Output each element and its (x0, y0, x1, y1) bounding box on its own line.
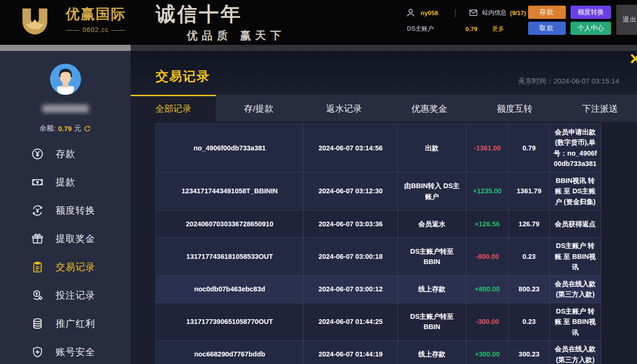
cell-order-id: noc668290d7767bddb (156, 341, 303, 364)
cell-amount: +126.56 (466, 210, 508, 237)
tab-bet-rewards[interactable]: 下注派送 (557, 95, 637, 122)
sidebar-item-claim-bonus[interactable]: 提取奖金 (0, 224, 131, 253)
messages-icon[interactable] (469, 8, 478, 17)
cell-time: 2024-06-07 01:44:25 (303, 303, 397, 340)
brand-slogan: 诚信十年 优品质 赢天下 (156, 1, 285, 43)
transaction-row[interactable]: no_4906f00db733a3812024-06-07 03:14:56出款… (156, 124, 601, 173)
sidebar-item-withdraw[interactable]: 提款 (0, 168, 131, 196)
wallet-balance: 0.79 (465, 25, 477, 33)
gift-icon (31, 232, 44, 245)
slogan-main: 诚信十年 (156, 1, 285, 27)
cell-type: 线上存款 (397, 341, 466, 364)
cell-order-id: noc0db07b463ebc83d (156, 276, 303, 303)
cell-type: 会员返水 (397, 210, 466, 237)
cell-balance: 0.23 (508, 238, 549, 275)
page-title: 交易记录 (156, 68, 210, 85)
brand-text: 优赢国际 —— 0602.cc —— (56, 5, 136, 33)
sidebar-item-bet-records[interactable]: 投注记录 (0, 281, 131, 309)
transaction-row[interactable]: 1317177436181058533OUT2024-06-07 03:00:1… (156, 238, 601, 275)
shield-icon (31, 346, 44, 358)
person-icon (405, 8, 416, 18)
sidebar: 余额: 0.79 元 存款提款额度转换提取奖金交易记录投注记录推广红利账号安全 (0, 51, 131, 364)
wallet-label: DS主账户 (407, 25, 434, 33)
cell-time: 2024-06-07 03:12:30 (303, 173, 397, 210)
cell-balance: 1361.79 (508, 173, 549, 210)
cell-remark: DS主账户 转账 至 BBIN视讯 (549, 303, 601, 340)
sidebar-item-label: 提取奖金 (56, 232, 95, 245)
transaction-row[interactable]: 202406070303367286509102024-06-07 03:03:… (156, 210, 601, 238)
quota-exchange-button[interactable]: 额度转换 (571, 6, 611, 19)
logout-button[interactable]: 退出 (616, 5, 637, 35)
brand-logo-icon (18, 5, 52, 41)
cell-remark: BBIN视讯 转账 至 DS主账户 (资金归集) (549, 173, 601, 210)
close-icon[interactable]: × (630, 49, 637, 68)
cell-type: 出款 (397, 124, 466, 172)
page-strip-right (131, 45, 637, 51)
transaction-row[interactable]: noc668290d7767bddb2024-06-07 01:44:19线上存… (156, 341, 601, 364)
tabs: 全部记录存/提款返水记录优惠奖金额度互转下注派送 (131, 95, 637, 122)
messages-label[interactable]: 站内信息 (482, 8, 507, 17)
wallet-more-link[interactable]: 更多 (492, 25, 504, 33)
page-strip-left (0, 45, 131, 51)
cell-time: 2024-06-07 01:44:19 (303, 341, 397, 364)
cell-amount: -800.00 (466, 238, 508, 275)
profile-button[interactable]: 个人中心 (571, 22, 611, 35)
transaction-row[interactable]: 1317177390651058770OUT2024-06-07 01:44:2… (156, 303, 601, 341)
cell-type: 线上存款 (397, 276, 466, 303)
tab-deposit-withdraw[interactable]: 存/提款 (216, 95, 301, 122)
top-bar: 优赢国际 —— 0602.cc —— 诚信十年 优品质 赢天下 ny058 | … (0, 0, 637, 45)
sidebar-item-quota-exchange[interactable]: 额度转换 (0, 196, 131, 224)
timezone-label: 美东时间： (518, 77, 554, 85)
cell-balance: 300.23 (508, 341, 549, 364)
cell-time: 2024-06-07 03:00:12 (303, 276, 397, 303)
brand-name: 优赢国际 (56, 5, 136, 24)
sidebar-item-label: 提款 (56, 176, 75, 189)
messages-count: (9/17) (510, 9, 526, 17)
cell-order-id: 12341717443491058T_BBININ (156, 173, 303, 210)
cell-amount: +800.00 (466, 276, 508, 303)
withdraw-button[interactable]: 取款 (528, 22, 566, 35)
sidebar-item-transaction-records[interactable]: 交易记录 (0, 253, 131, 281)
cell-amount: +1235.00 (466, 173, 508, 210)
sidebar-item-deposit[interactable]: 存款 (0, 140, 131, 168)
bet-coin-icon (31, 289, 44, 302)
username: ny058 (421, 9, 438, 17)
cell-type: 由BBIN转入 DS主账户 (397, 173, 466, 210)
sidebar-item-label: 账号安全 (56, 346, 95, 358)
sidebar-item-label: 存款 (56, 148, 75, 160)
balance-value: 0.79 (58, 124, 72, 132)
deposit-button[interactable]: 存款 (528, 6, 566, 19)
cell-order-id: 1317177390651058770OUT (156, 303, 303, 340)
clipboard-icon (31, 261, 44, 273)
sidebar-item-label: 额度转换 (56, 204, 95, 217)
transaction-row[interactable]: 12341717443491058T_BBININ2024-06-07 03:1… (156, 173, 601, 210)
sidebar-menu: 存款提款额度转换提取奖金交易记录投注记录推广红利账号安全 (0, 140, 131, 364)
cell-time: 2024-06-07 03:03:36 (303, 210, 397, 237)
balance-row: 余额: 0.79 元 (0, 124, 131, 133)
refresh-icon[interactable] (83, 125, 91, 132)
tab-all-records[interactable]: 全部记录 (131, 95, 216, 122)
balance-label: 余额: (40, 124, 56, 133)
exchange-icon (31, 204, 44, 217)
yen-coin-icon (31, 148, 44, 160)
transactions-table: no_4906f00db733a3812024-06-07 03:14:56出款… (156, 124, 601, 364)
tab-quota-transfer[interactable]: 额度互转 (472, 95, 557, 122)
wallet-row: DS主账户 0.79 更多 (407, 25, 515, 33)
cell-remark: 会员申请出款(数字货币),单号：no_4906f00db733a381 (549, 124, 601, 172)
slogan-sub: 优品质 赢天下 (187, 28, 285, 43)
sidebar-item-promo-bonus[interactable]: 推广红利 (0, 309, 131, 338)
timestamp-value: 2024-06-07 03:15:14 (554, 77, 619, 85)
cell-amount: -1361.00 (466, 124, 508, 172)
brand-domain: —— 0602.cc —— (56, 26, 136, 33)
tab-rebate-records[interactable]: 返水记录 (301, 95, 387, 122)
balance-unit: 元 (74, 124, 81, 133)
cell-balance: 0.79 (508, 124, 549, 172)
tab-promo-bonus[interactable]: 优惠奖金 (387, 95, 472, 122)
cell-type: DS主账户转至 BBIN (397, 238, 466, 275)
sidebar-item-account-security[interactable]: 账号安全 (0, 338, 131, 364)
cell-order-id: 20240607030336728650910 (156, 210, 303, 237)
cell-amount: -300.00 (466, 303, 508, 340)
cell-order-id: no_4906f00db733a381 (156, 124, 303, 172)
transaction-row[interactable]: noc0db07b463ebc83d2024-06-07 03:00:12线上存… (156, 276, 601, 303)
header-divider: | (454, 8, 456, 18)
